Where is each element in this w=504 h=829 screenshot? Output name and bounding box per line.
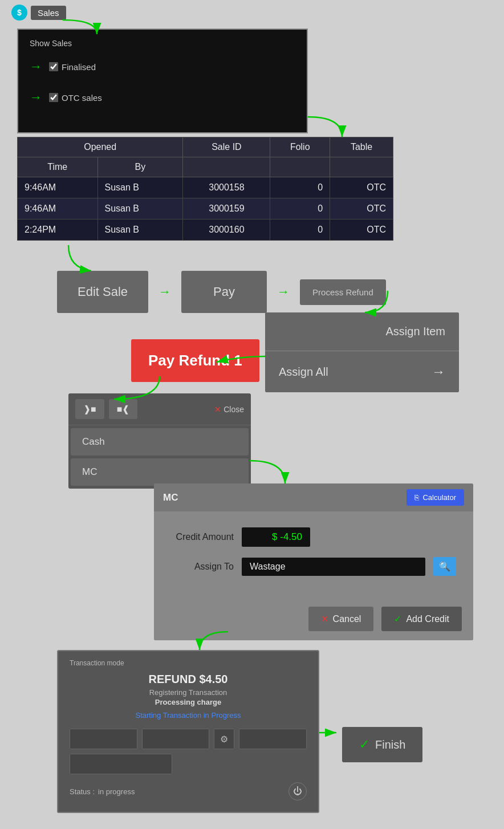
row2-saleid: 3000159: [183, 198, 270, 220]
close-label: Close: [223, 405, 244, 414]
calculator-button[interactable]: ⎘ Calculator: [407, 489, 464, 506]
show-sales-title: Show Sales: [30, 39, 295, 48]
dollar-icon: $: [17, 8, 22, 17]
arrow-edit-to-pay: →: [158, 285, 171, 299]
row3-time: 2:24PM: [18, 220, 98, 241]
transaction-field-3: [239, 729, 307, 749]
otc-option[interactable]: → OTC sales: [30, 90, 295, 105]
cancel-button[interactable]: ✕ Cancel: [308, 607, 374, 631]
calculator-icon: ⎘: [414, 493, 419, 502]
assign-all-arrow-icon: →: [432, 364, 445, 380]
mc-dialog-title: MC: [163, 492, 178, 503]
panel-left-icon-button[interactable]: ❱■: [75, 399, 104, 419]
row3-by: Susan B: [97, 220, 183, 241]
finish-label: Finish: [375, 738, 405, 751]
otc-text: OTC sales: [62, 93, 102, 103]
transaction-field-4: [70, 754, 172, 774]
row1-by: Susan B: [97, 177, 183, 198]
sales-icon: $: [11, 5, 27, 21]
assign-to-label: Assign To: [171, 562, 234, 572]
finalised-checkbox[interactable]: [49, 62, 58, 71]
mc-dialog-body: Credit Amount $ -4.50 Assign To 🔍: [154, 511, 473, 598]
transaction-status-row: Status : in progress ⏻: [70, 782, 307, 800]
arrow-finalised: →: [30, 59, 42, 74]
credit-amount-row: Credit Amount $ -4.50: [171, 527, 456, 547]
col-sale-id-sub: [183, 157, 270, 177]
finish-check-icon: ✓: [359, 737, 369, 752]
row3-table: OTC: [330, 220, 393, 241]
assign-panel: Assign Item Assign All →: [265, 312, 459, 392]
edit-sale-button[interactable]: Edit Sale: [57, 271, 148, 313]
row2-by: Susan B: [97, 198, 183, 220]
cancel-x-icon: ✕: [321, 613, 328, 624]
col-sale-id: Sale ID: [183, 137, 270, 157]
table-row[interactable]: 2:24PM Susan B 3000160 0 OTC: [18, 220, 393, 241]
row2-folio: 0: [270, 198, 330, 220]
add-credit-check-icon: ✓: [394, 613, 401, 624]
payment-panel-top: ❱■ ■❰ ✕ Close: [68, 393, 251, 425]
action-buttons-row: Edit Sale → Pay → Process Refund: [57, 271, 386, 313]
sales-tab[interactable]: $ Sales: [11, 5, 66, 21]
mc-dialog: MC ⎘ Calculator Credit Amount $ -4.50 As…: [154, 483, 473, 640]
row3-saleid: 3000160: [183, 220, 270, 241]
mc-dialog-header: MC ⎘ Calculator: [154, 483, 473, 511]
mc-button[interactable]: MC: [71, 458, 249, 486]
table-row[interactable]: 9:46AM Susan B 3000158 0 OTC: [18, 177, 393, 198]
transaction-mode-label: Transaction mode: [70, 659, 307, 667]
arrow-pay-to-refund: →: [277, 285, 290, 299]
payment-methods-panel: ❱■ ■❰ ✕ Close Cash MC: [68, 393, 251, 489]
table-row[interactable]: 9:46AM Susan B 3000159 0 OTC: [18, 198, 393, 220]
transaction-status-label: Status :: [70, 787, 95, 796]
transaction-fields-row1: ⚙: [70, 729, 307, 749]
assign-item-button[interactable]: Assign Item: [265, 312, 459, 351]
col-folio: Folio: [270, 137, 330, 157]
power-icon: ⏻: [293, 786, 302, 797]
finalised-text: Finalised: [62, 62, 96, 72]
transaction-progress-label: Starting Transaction in Progress: [70, 711, 307, 720]
row1-saleid: 3000158: [183, 177, 270, 198]
arrow-otc: →: [30, 90, 42, 105]
assign-all-button[interactable]: Assign All →: [265, 351, 459, 392]
power-button[interactable]: ⏻: [288, 782, 307, 800]
mc-dialog-footer: ✕ Cancel ✓ Add Credit: [154, 598, 473, 640]
credit-amount-value: $ -4.50: [242, 527, 310, 547]
process-refund-button[interactable]: Process Refund: [300, 279, 386, 305]
col-time: Time: [18, 157, 98, 177]
col-table-sub: [330, 157, 393, 177]
row2-time: 9:46AM: [18, 198, 98, 220]
cancel-label: Cancel: [333, 614, 361, 624]
sales-tab-label[interactable]: Sales: [31, 6, 66, 20]
assign-to-input[interactable]: [242, 558, 425, 576]
transaction-processing-label: Processing charge: [70, 698, 307, 706]
show-sales-panel: Show Sales → Finalised → OTC sales: [17, 29, 308, 133]
sales-table: Opened Sale ID Folio Table Time By 9:46A…: [17, 137, 393, 241]
transaction-refund-title: REFUND $4.50: [70, 673, 307, 686]
assign-search-button[interactable]: 🔍: [433, 557, 456, 576]
credit-amount-label: Credit Amount: [171, 532, 234, 542]
pay-button[interactable]: Pay: [181, 271, 267, 313]
transaction-gear-icon: ⚙: [214, 729, 234, 749]
col-folio-sub: [270, 157, 330, 177]
col-opened: Opened: [18, 137, 183, 157]
transaction-mode-panel: Transaction mode REFUND $4.50 Registerin…: [57, 650, 319, 813]
row1-table: OTC: [330, 177, 393, 198]
col-by: By: [97, 157, 183, 177]
panel-right-icon-button[interactable]: ■❰: [109, 399, 138, 419]
finalised-option[interactable]: → Finalised: [30, 59, 295, 74]
cash-button[interactable]: Cash: [71, 428, 249, 456]
transaction-registering-label: Registering Transaction: [70, 688, 307, 697]
otc-label[interactable]: OTC sales: [49, 93, 102, 103]
otc-checkbox[interactable]: [49, 93, 58, 102]
transaction-field-2: [142, 729, 210, 749]
pay-refund-button[interactable]: Pay Refund 1: [131, 339, 259, 382]
col-table: Table: [330, 137, 393, 157]
add-credit-button[interactable]: ✓ Add Credit: [381, 607, 462, 631]
row1-folio: 0: [270, 177, 330, 198]
close-button[interactable]: ✕ Close: [214, 405, 244, 414]
add-credit-label: Add Credit: [406, 614, 449, 624]
finish-button[interactable]: ✓ Finish: [342, 727, 422, 762]
transaction-field-1: [70, 729, 137, 749]
sales-table-wrapper: Opened Sale ID Folio Table Time By 9:46A…: [17, 137, 393, 241]
finalised-label[interactable]: Finalised: [49, 62, 96, 72]
transaction-fields-row2: [70, 754, 307, 774]
